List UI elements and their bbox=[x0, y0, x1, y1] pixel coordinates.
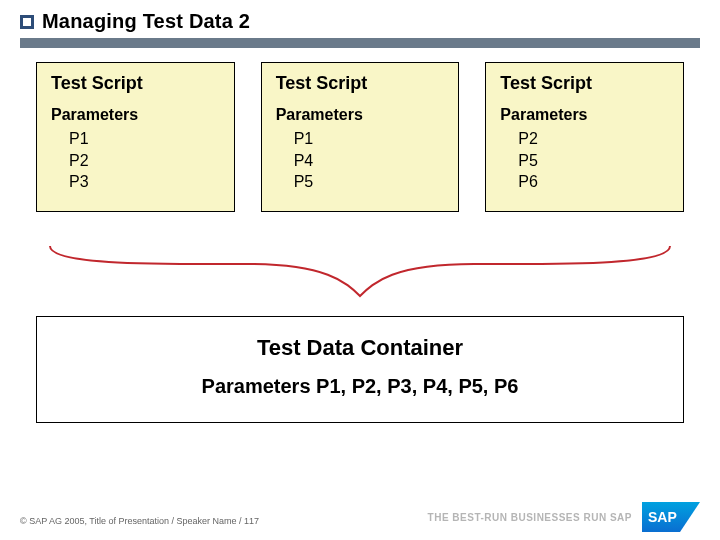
container-heading: Test Data Container bbox=[49, 335, 671, 361]
param-item: P2 bbox=[500, 128, 669, 150]
params-label: Parameters bbox=[500, 106, 669, 124]
param-item: P1 bbox=[51, 128, 220, 150]
tagline-text: THE BEST-RUN BUSINESSES RUN SAP bbox=[428, 512, 632, 523]
container-params-line: Parameters P1, P2, P3, P4, P5, P6 bbox=[49, 375, 671, 398]
script-heading: Test Script bbox=[276, 73, 445, 94]
footer-branding: THE BEST-RUN BUSINESSES RUN SAP SAP bbox=[428, 502, 700, 532]
script-heading: Test Script bbox=[500, 73, 669, 94]
copyright-text: © SAP AG 2005, Title of Presentation / S… bbox=[20, 516, 259, 526]
test-script-card: Test Script Parameters P1 P4 P5 bbox=[261, 62, 460, 212]
test-script-card: Test Script Parameters P1 P2 P3 bbox=[36, 62, 235, 212]
slide-title: Managing Test Data 2 bbox=[42, 10, 250, 33]
test-scripts-row: Test Script Parameters P1 P2 P3 Test Scr… bbox=[36, 62, 684, 212]
param-item: P5 bbox=[276, 171, 445, 193]
svg-text:SAP: SAP bbox=[648, 509, 677, 525]
sap-logo-icon: SAP bbox=[642, 502, 700, 532]
test-script-card: Test Script Parameters P2 P5 P6 bbox=[485, 62, 684, 212]
script-heading: Test Script bbox=[51, 73, 220, 94]
params-label: Parameters bbox=[51, 106, 220, 124]
title-bar: Managing Test Data 2 bbox=[20, 10, 250, 33]
title-bullet-square-icon bbox=[20, 15, 34, 29]
param-item: P3 bbox=[51, 171, 220, 193]
param-item: P4 bbox=[276, 150, 445, 172]
title-divider bbox=[20, 38, 700, 48]
curly-brace-connector-icon bbox=[46, 242, 674, 302]
param-item: P6 bbox=[500, 171, 669, 193]
param-item: P2 bbox=[51, 150, 220, 172]
param-item: P1 bbox=[276, 128, 445, 150]
test-data-container-box: Test Data Container Parameters P1, P2, P… bbox=[36, 316, 684, 423]
footer-copyright: © SAP AG 2005, Title of Presentation / S… bbox=[20, 516, 259, 526]
params-label: Parameters bbox=[276, 106, 445, 124]
param-item: P5 bbox=[500, 150, 669, 172]
slide-root: Managing Test Data 2 Test Script Paramet… bbox=[0, 0, 720, 540]
